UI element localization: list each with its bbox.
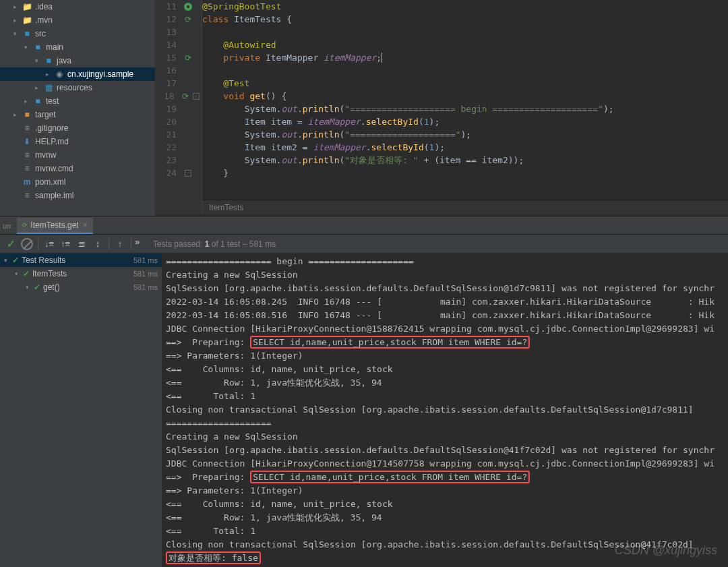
chevron-down-icon[interactable]: ▾ bbox=[4, 257, 12, 264]
chevron-down-icon[interactable]: ▾ bbox=[15, 270, 23, 277]
gutter-line[interactable]: 14 bbox=[155, 38, 202, 51]
expand-button[interactable]: ≣ bbox=[74, 237, 89, 251]
code-line[interactable]: void get() { bbox=[202, 90, 728, 102]
tree-item-help-md[interactable]: ⬇HELP.md bbox=[0, 135, 155, 148]
gutter-line[interactable]: 19 bbox=[155, 102, 202, 115]
chevron-icon[interactable]: ▸ bbox=[46, 71, 54, 78]
code-line[interactable]: private ItemMapper itemMapper; bbox=[202, 51, 728, 64]
tree-item-main[interactable]: ▾■main bbox=[0, 40, 155, 54]
tree-item-pom-xml[interactable]: mpom.xml bbox=[0, 175, 155, 189]
code-area[interactable]: @SpringBootTestclass ItemTests { @Autowi… bbox=[202, 0, 728, 214]
tree-item-label: .mvn bbox=[35, 16, 53, 25]
chevron-down-icon[interactable]: ▾ bbox=[26, 284, 34, 291]
tree-item-java[interactable]: ▾■java bbox=[0, 54, 155, 67]
tree-item-src[interactable]: ▾■src bbox=[0, 27, 155, 40]
gutter-line[interactable]: 16 bbox=[155, 64, 202, 77]
gutter-line[interactable]: 24− bbox=[155, 167, 202, 179]
sort-up-button[interactable]: ↑≡ bbox=[58, 237, 73, 251]
fold-icon[interactable]: − bbox=[182, 170, 194, 177]
breadcrumb[interactable]: ItemTests bbox=[202, 200, 728, 214]
line-number: 23 bbox=[155, 155, 182, 165]
gutter-line[interactable]: 11 bbox=[155, 0, 202, 13]
chevron-icon[interactable]: ▾ bbox=[13, 30, 22, 37]
tree-item-label: .gitignore bbox=[35, 123, 68, 133]
folder-icon: ≡ bbox=[22, 164, 32, 173]
folder-icon: 📁 bbox=[22, 16, 32, 25]
code-line[interactable]: @Test bbox=[202, 77, 728, 90]
watermark: CSDN @xujingyiss bbox=[615, 543, 717, 558]
chevron-icon[interactable]: ▾ bbox=[35, 57, 43, 64]
test-result-item[interactable]: ▾✓get()581 ms bbox=[0, 280, 162, 294]
code-line[interactable]: Item item2 = itemMapper.selectById(1); bbox=[202, 141, 728, 154]
line-number: 11 bbox=[155, 1, 182, 11]
tree-item-label: main bbox=[46, 42, 63, 52]
chevron-icon[interactable]: ▾ bbox=[24, 44, 32, 51]
tree-item--idea[interactable]: ▸📁.idea bbox=[0, 0, 155, 13]
run-tab[interactable]: ⟳ ItemTests.get × bbox=[17, 218, 92, 234]
tree-item-sample-iml[interactable]: ≡sample.iml bbox=[0, 189, 155, 202]
tree-item--mvn[interactable]: ▸📁.mvn bbox=[0, 13, 155, 27]
chevron-icon[interactable]: ▸ bbox=[35, 84, 43, 91]
collapse-button[interactable]: ↕ bbox=[90, 237, 105, 251]
code-editor[interactable]: 1112⟳131415⟳161718⟳−192021222324− @Sprin… bbox=[155, 0, 728, 214]
code-line[interactable] bbox=[202, 26, 728, 38]
spring-context-icon[interactable]: ⟳ bbox=[180, 92, 191, 101]
spring-bean-icon[interactable] bbox=[182, 3, 194, 11]
code-line[interactable]: class ItemTests { bbox=[202, 13, 728, 26]
test-result-item[interactable]: ▾✓ItemTests581 ms bbox=[0, 267, 162, 280]
gutter-line[interactable]: 20 bbox=[155, 115, 202, 128]
code-line[interactable]: @Autowired bbox=[202, 38, 728, 51]
code-line[interactable]: Item item = itemMapper.selectById(1); bbox=[202, 115, 728, 128]
code-line[interactable]: } bbox=[202, 167, 728, 179]
gutter-line[interactable]: 13 bbox=[155, 26, 202, 38]
gutter-line[interactable]: 23 bbox=[155, 154, 202, 167]
more-button[interactable]: » bbox=[135, 237, 150, 251]
tab-run-icon: ⟳ bbox=[22, 222, 28, 229]
tree-item-label: src bbox=[35, 29, 46, 38]
tree-item-test[interactable]: ▸■test bbox=[0, 94, 155, 108]
chevron-icon[interactable]: ▸ bbox=[24, 98, 32, 105]
sort-down-button[interactable]: ↓≡ bbox=[42, 237, 57, 251]
tree-item-cn-xujingyi-sample[interactable]: ▸◉cn.xujingyi.sample bbox=[0, 67, 155, 81]
chevron-icon[interactable]: ▸ bbox=[13, 111, 22, 118]
run-toolbar: ✓ ↓≡ ↑≡ ≣ ↕ ↑ » Tests passed: 1 of 1 tes… bbox=[0, 235, 728, 253]
gutter-line[interactable]: 18⟳− bbox=[155, 90, 202, 102]
tree-item-label: test bbox=[46, 96, 59, 106]
gutter-line[interactable]: 22 bbox=[155, 141, 202, 154]
fold-icon[interactable]: − bbox=[191, 93, 202, 100]
prev-fail-button[interactable]: ↑ bbox=[113, 237, 127, 251]
chevron-icon[interactable]: ▸ bbox=[13, 17, 22, 24]
chevron-icon[interactable]: ▸ bbox=[13, 3, 22, 10]
code-line[interactable]: System.out.println("====================… bbox=[202, 128, 728, 141]
editor-gutter: 1112⟳131415⟳161718⟳−192021222324− bbox=[155, 0, 202, 214]
gutter-line[interactable]: 17 bbox=[155, 77, 202, 90]
test-result-item[interactable]: ▾✓Test Results581 ms bbox=[0, 253, 162, 267]
console-line: ==> Parameters: 1(Integer) bbox=[166, 349, 724, 363]
line-number: 20 bbox=[155, 117, 182, 127]
code-line[interactable]: @SpringBootTest bbox=[202, 0, 728, 13]
console-output[interactable]: ==================== begin =============… bbox=[162, 253, 728, 567]
check-icon: ✓ bbox=[23, 269, 30, 278]
gutter-line[interactable]: 12⟳ bbox=[155, 13, 202, 26]
tree-item-label: resources bbox=[57, 83, 92, 92]
code-line[interactable]: System.out.println("====================… bbox=[202, 102, 728, 115]
tree-item-mvnw-cmd[interactable]: ≡mvnw.cmd bbox=[0, 162, 155, 175]
tree-item-resources[interactable]: ▸▦resources bbox=[0, 81, 155, 94]
code-line[interactable]: System.out.println("对象是否相等: " + (item ==… bbox=[202, 154, 728, 167]
spring-context-icon[interactable]: ⟳ bbox=[182, 53, 194, 63]
spring-context-icon[interactable]: ⟳ bbox=[182, 15, 194, 24]
tree-item--gitignore[interactable]: ≡.gitignore bbox=[0, 121, 155, 135]
gutter-line[interactable]: 21 bbox=[155, 128, 202, 141]
close-icon[interactable]: × bbox=[83, 220, 88, 230]
folder-icon: ■ bbox=[22, 29, 32, 38]
show-passed-button[interactable]: ✓ bbox=[3, 237, 18, 251]
console-line: 2022-03-14 16:05:08.245 INFO 16748 --- [… bbox=[166, 295, 724, 309]
tree-item-target[interactable]: ▸■target bbox=[0, 108, 155, 121]
gutter-line[interactable]: 15⟳ bbox=[155, 51, 202, 64]
check-icon: ✓ bbox=[12, 256, 19, 265]
show-ignored-button[interactable] bbox=[20, 237, 34, 251]
tree-item-mvnw[interactable]: ≡mvnw bbox=[0, 148, 155, 162]
code-line[interactable] bbox=[202, 64, 728, 77]
console-line: Creating a new SqlSession bbox=[166, 268, 724, 282]
test-results-tree: ▾✓Test Results581 ms▾✓ItemTests581 ms▾✓g… bbox=[0, 253, 162, 567]
